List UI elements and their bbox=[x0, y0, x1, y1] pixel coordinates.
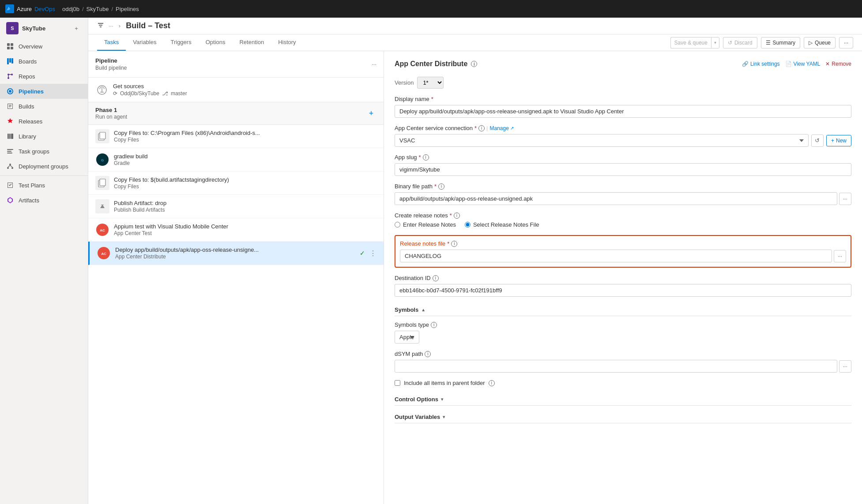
task-item[interactable]: AC Appium test with Visual Studio Mobile… bbox=[88, 218, 384, 242]
binary-info-icon[interactable]: i bbox=[438, 183, 444, 190]
dsym-path-input[interactable] bbox=[395, 360, 837, 373]
release-notes-info-icon[interactable]: i bbox=[454, 213, 460, 219]
discard-button[interactable]: ↺ Discard bbox=[723, 37, 757, 49]
queue-button[interactable]: ▷ Queue bbox=[804, 37, 836, 49]
sidebar-item-boards[interactable]: Boards bbox=[0, 54, 88, 69]
svg-rect-27 bbox=[100, 132, 105, 139]
sidebar-item-pipelines[interactable]: Pipelines bbox=[0, 84, 88, 99]
include-all-info-icon[interactable]: i bbox=[489, 380, 495, 386]
include-all-checkbox-label[interactable]: Include all items in parent folder i bbox=[395, 380, 851, 386]
header-more-button[interactable]: ··· bbox=[109, 22, 113, 29]
title-info-icon[interactable]: i bbox=[471, 61, 477, 67]
pipeline-more-button[interactable]: ··· bbox=[372, 61, 376, 67]
sidebar-item-boards-label: Boards bbox=[19, 58, 37, 65]
sidebar-item-taskgroups[interactable]: Task groups bbox=[0, 144, 88, 159]
manage-link[interactable]: Manage ↗ bbox=[490, 125, 514, 131]
breadcrumb-project[interactable]: SkyTube bbox=[87, 6, 109, 12]
svg-rect-15 bbox=[9, 134, 11, 139]
more-options-button[interactable]: ··· bbox=[839, 37, 853, 49]
sidebar-item-library[interactable]: Library bbox=[0, 129, 88, 144]
task-item[interactable]: Publish Artifact: drop Publish Build Art… bbox=[88, 195, 384, 218]
symbols-header[interactable]: Symbols ▲ bbox=[395, 304, 851, 316]
task-check-icon: ✓ bbox=[360, 250, 365, 257]
tab-history[interactable]: History bbox=[271, 34, 303, 51]
breadcrumb-section[interactable]: Pipelines bbox=[116, 6, 139, 12]
remove-button[interactable]: ✕ Remove bbox=[825, 61, 851, 67]
display-name-input[interactable] bbox=[395, 105, 851, 118]
radio-enter-notes-input[interactable] bbox=[395, 222, 400, 228]
pipeline-content: Pipeline Build pipeline ··· Get sources bbox=[88, 51, 862, 504]
app-slug-input[interactable] bbox=[395, 163, 851, 176]
right-panel-header: App Center Distribute i 🔗 Link settings … bbox=[395, 60, 851, 68]
project-selector[interactable]: S SkyTube bbox=[6, 22, 45, 34]
task-status: ✓ bbox=[360, 250, 365, 257]
repos-icon bbox=[6, 72, 14, 80]
radio-select-file[interactable]: Select Release Notes File bbox=[465, 221, 539, 228]
binary-browse-button[interactable]: ··· bbox=[839, 193, 851, 205]
get-sources[interactable]: Get sources ⟳ Oddj0b/SkyTube ⎇ master bbox=[88, 78, 384, 102]
link-settings-button[interactable]: 🔗 Link settings bbox=[742, 61, 780, 67]
sidebar-item-repos[interactable]: Repos bbox=[0, 69, 88, 84]
summary-button[interactable]: ☰ Summary bbox=[761, 37, 800, 49]
sidebar-item-taskgroups-label: Task groups bbox=[19, 148, 49, 155]
sidebar-item-releases[interactable]: Releases bbox=[0, 114, 88, 129]
tab-options[interactable]: Options bbox=[199, 34, 233, 51]
sidebar-item-deployment[interactable]: Deployment groups bbox=[0, 159, 88, 174]
symbols-type-info-icon[interactable]: i bbox=[431, 322, 437, 328]
task-item-active[interactable]: AC Deploy app/build/outputs/apk/app-oss-… bbox=[88, 242, 384, 265]
breadcrumb-org[interactable]: oddj0b bbox=[62, 6, 79, 12]
radio-enter-notes[interactable]: Enter Release Notes bbox=[395, 221, 456, 228]
tab-retention[interactable]: Retention bbox=[232, 34, 271, 51]
sidebar-header: S SkyTube + bbox=[0, 18, 88, 39]
view-yaml-button[interactable]: 📄 View YAML bbox=[785, 61, 821, 67]
release-notes-file-input[interactable] bbox=[400, 250, 832, 262]
get-sources-icon bbox=[95, 83, 109, 97]
radio-select-file-input[interactable] bbox=[465, 222, 471, 228]
svg-rect-2 bbox=[7, 43, 10, 46]
sidebar-item-builds[interactable]: Builds bbox=[0, 99, 88, 114]
overview-icon bbox=[6, 42, 14, 50]
destination-id-input[interactable] bbox=[395, 284, 851, 297]
dsym-path-info-icon[interactable]: i bbox=[425, 351, 431, 357]
page-header: ··· › Build – Test bbox=[88, 18, 862, 34]
task-item[interactable]: Copy Files to: C:\Program Files (x86)\An… bbox=[88, 125, 384, 148]
output-variables-header[interactable]: Output Variables ▾ bbox=[395, 411, 851, 423]
tab-actions: Save & queue ▾ ↺ Discard ☰ Summary ▷ Que… bbox=[670, 37, 853, 49]
phase-add-button[interactable]: + bbox=[366, 108, 376, 119]
task-item[interactable]: G gradlew build Gradle bbox=[88, 148, 384, 172]
tab-tasks[interactable]: Tasks bbox=[97, 34, 126, 51]
app-center-info-icon[interactable]: i bbox=[478, 125, 485, 131]
include-all-group: Include all items in parent folder i bbox=[395, 380, 851, 386]
release-notes-file-info-icon[interactable]: i bbox=[451, 241, 457, 247]
tab-variables[interactable]: Variables bbox=[126, 34, 163, 51]
taskgroups-icon bbox=[6, 147, 14, 155]
sidebar-item-testplans[interactable]: Test Plans bbox=[0, 178, 88, 193]
sidebar-item-overview[interactable]: Overview bbox=[0, 39, 88, 54]
version-select[interactable]: 1* bbox=[417, 77, 444, 89]
destination-id-info-icon[interactable]: i bbox=[433, 275, 439, 281]
binary-file-input[interactable] bbox=[395, 192, 837, 205]
azure-devops-logo[interactable]: Azure DevOps bbox=[5, 4, 55, 13]
app-center-connection-select[interactable]: VSAC bbox=[395, 134, 809, 147]
save-queue-dropdown[interactable]: ▾ bbox=[711, 37, 719, 49]
app-center-refresh-button[interactable]: ↺ bbox=[811, 134, 824, 147]
control-options-header[interactable]: Control Options ▾ bbox=[395, 393, 851, 406]
tab-triggers[interactable]: Triggers bbox=[163, 34, 198, 51]
save-queue-button[interactable]: Save & queue bbox=[670, 37, 711, 49]
app-center-new-button[interactable]: + Save & queue New bbox=[826, 135, 851, 146]
task-item[interactable]: Copy Files to: $(build.artifactstagingdi… bbox=[88, 172, 384, 195]
dsym-browse-button[interactable]: ··· bbox=[839, 360, 851, 373]
release-notes-browse-button[interactable]: ··· bbox=[834, 250, 846, 262]
task-more-button[interactable]: ⋮ bbox=[369, 249, 376, 258]
app-slug-info-icon[interactable]: i bbox=[423, 154, 429, 161]
svg-rect-3 bbox=[11, 43, 13, 46]
sidebar-item-artifacts[interactable]: Artifacts bbox=[0, 193, 88, 208]
svg-rect-17 bbox=[7, 149, 13, 150]
destination-id-label: Destination ID i bbox=[395, 275, 851, 281]
library-icon bbox=[6, 132, 14, 140]
task-5-info: Appium test with Visual Studio Mobile Ce… bbox=[114, 223, 376, 236]
include-all-checkbox[interactable] bbox=[395, 380, 400, 386]
add-project-button[interactable]: + bbox=[71, 23, 82, 34]
symbols-type-select[interactable]: Apple bbox=[395, 331, 419, 343]
control-options-section: Control Options ▾ bbox=[395, 393, 851, 406]
